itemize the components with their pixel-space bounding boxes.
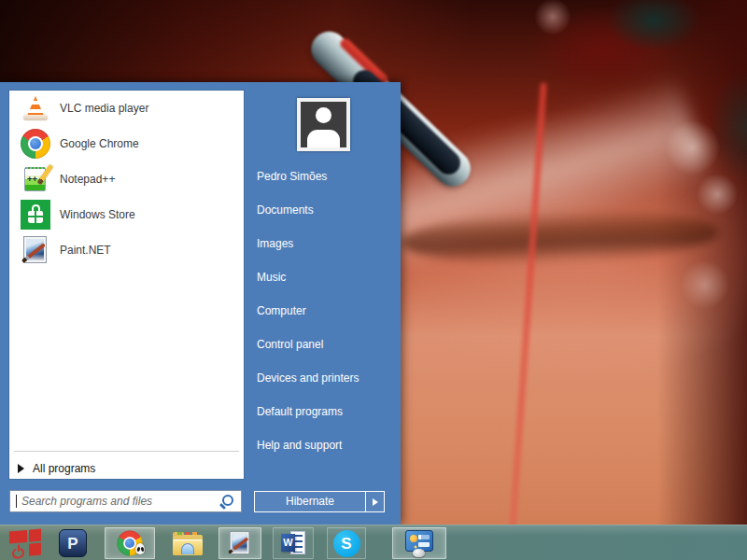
- start-menu-app-list: VLC media player Google Chrome Notepad++…: [9, 91, 244, 479]
- avatar-body: [307, 130, 340, 147]
- app-label: VLC media player: [60, 102, 148, 115]
- hibernate-label: Hibernate: [255, 492, 365, 511]
- taskbar-word[interactable]: [273, 527, 314, 559]
- p-app-icon: [59, 529, 87, 557]
- chrome-icon: [21, 129, 50, 159]
- menu-item-images[interactable]: Images: [257, 236, 293, 251]
- taskbar-chrome[interactable]: [105, 527, 155, 559]
- all-programs-label: All programs: [33, 462, 95, 475]
- search-box[interactable]: [9, 490, 242, 512]
- taskbar-display-settings[interactable]: [392, 527, 446, 559]
- all-programs-button[interactable]: All programs: [9, 457, 244, 479]
- app-google-chrome[interactable]: Google Chrome: [9, 126, 244, 161]
- arrow-right-icon: [373, 498, 378, 506]
- taskbar-file-explorer[interactable]: [168, 527, 207, 559]
- user-name[interactable]: Pedro Simões: [257, 169, 327, 184]
- app-label: Paint.NET: [60, 244, 111, 257]
- avatar-head: [316, 107, 331, 123]
- search-input[interactable]: [20, 491, 203, 511]
- menu-item-computer[interactable]: Computer: [257, 303, 306, 318]
- menu-item-music[interactable]: Music: [257, 270, 286, 285]
- app-label: Windows Store: [60, 208, 135, 221]
- menu-item-documents[interactable]: Documents: [257, 203, 314, 217]
- menu-item-control-panel[interactable]: Control panel: [257, 337, 323, 352]
- alien-icon: [135, 543, 145, 554]
- hibernate-button[interactable]: Hibernate: [254, 491, 385, 512]
- taskbar-p-app[interactable]: [56, 527, 90, 559]
- search-icon[interactable]: [219, 495, 233, 509]
- display-settings-icon: [403, 530, 435, 556]
- notepadpp-icon: [21, 164, 50, 194]
- taskbar-skype[interactable]: [327, 527, 366, 559]
- app-notepadpp[interactable]: Notepad++: [9, 161, 244, 197]
- paintnet-icon: [21, 235, 50, 265]
- app-label: Notepad++: [60, 173, 115, 186]
- app-paintnet[interactable]: Paint.NET: [9, 232, 244, 268]
- app-vlc-media-player[interactable]: VLC media player: [9, 91, 244, 126]
- menu-item-help-and-support[interactable]: Help and support: [257, 438, 342, 453]
- taskbar: [0, 525, 747, 560]
- app-label: Google Chrome: [60, 137, 139, 150]
- paintnet-icon: [227, 530, 252, 555]
- app-windows-store[interactable]: Windows Store: [9, 197, 244, 232]
- word-icon: [278, 530, 308, 556]
- file-explorer-icon: [172, 531, 204, 556]
- menu-item-devices-and-printers[interactable]: Devices and printers: [257, 371, 359, 385]
- vlc-icon: [21, 93, 50, 123]
- skype-icon: [333, 530, 360, 557]
- arrow-right-icon: [18, 464, 24, 473]
- start-menu: VLC media player Google Chrome Notepad++…: [0, 82, 401, 525]
- menu-item-default-programs[interactable]: Default programs: [257, 404, 343, 419]
- user-avatar[interactable]: [297, 98, 350, 151]
- start-button[interactable]: [6, 527, 47, 559]
- app-list-divider: [14, 451, 239, 452]
- text-caret: [16, 495, 17, 508]
- windows-logo-icon: [9, 528, 43, 557]
- power-options-arrow-button[interactable]: [365, 492, 384, 511]
- taskbar-paintnet[interactable]: [218, 527, 261, 559]
- desktop-screen: VLC media player Google Chrome Notepad++…: [0, 0, 747, 560]
- windows-store-icon: [21, 200, 50, 230]
- power-icon: [11, 544, 23, 557]
